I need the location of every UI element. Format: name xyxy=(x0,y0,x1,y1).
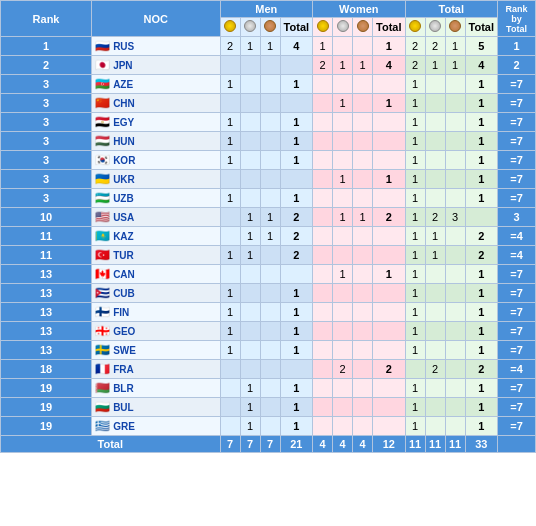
total-silver-cell xyxy=(425,379,445,398)
noc-label: CUB xyxy=(113,288,135,299)
women-silver-cell: 1 xyxy=(333,94,353,113)
noc-label: BUL xyxy=(113,402,134,413)
flag-icon: 🇺🇦 xyxy=(95,172,110,186)
men-total-cell: 4 xyxy=(280,37,312,56)
women-bronze-cell xyxy=(353,379,373,398)
men-bronze-cell xyxy=(260,417,280,436)
total-women-gold: 4 xyxy=(313,436,333,453)
table-row: 11🇰🇿 KAZ112112=4 xyxy=(1,227,536,246)
men-total-cell: 1 xyxy=(280,379,312,398)
men-silver-cell xyxy=(240,322,260,341)
women-silver-cell xyxy=(333,341,353,360)
men-gold-cell: 1 xyxy=(220,113,240,132)
rank-by-total-cell: =7 xyxy=(498,379,536,398)
total-total-cell: 1 xyxy=(465,265,497,284)
total-gold-cell: 1 xyxy=(405,417,425,436)
men-silver-cell: 1 xyxy=(240,208,260,227)
men-gold-cell xyxy=(220,94,240,113)
flag-icon: 🇸🇪 xyxy=(95,343,110,357)
noc-label: TUR xyxy=(113,250,134,261)
women-total-cell xyxy=(373,227,405,246)
total-silver-cell: 1 xyxy=(425,246,445,265)
total-total-cell: 1 xyxy=(465,398,497,417)
men-total-cell xyxy=(280,265,312,284)
table-row: 3🇦🇿 AZE1111=7 xyxy=(1,75,536,94)
men-gold-header xyxy=(220,18,240,37)
men-bronze-cell xyxy=(260,322,280,341)
men-total-cell: 1 xyxy=(280,75,312,94)
women-total-cell xyxy=(373,75,405,94)
rank-cell: 3 xyxy=(1,132,92,151)
total-total-cell: 1 xyxy=(465,341,497,360)
noc-cell: 🇺🇦 UKR xyxy=(92,170,221,189)
total-silver-cell xyxy=(425,113,445,132)
total-total-cell: 2 xyxy=(465,360,497,379)
women-total-cell: 2 xyxy=(373,208,405,227)
table-row: 19🇬🇷 GRE1111=7 xyxy=(1,417,536,436)
total-women-silver: 4 xyxy=(333,436,353,453)
women-gold-cell xyxy=(313,417,333,436)
flag-icon: 🇨🇳 xyxy=(95,96,110,110)
total-gold-cell: 1 xyxy=(405,379,425,398)
rank-cell: 13 xyxy=(1,265,92,284)
total-gold-cell: 1 xyxy=(405,398,425,417)
total-total-cell: 1 xyxy=(465,113,497,132)
rank-by-total-cell: =7 xyxy=(498,322,536,341)
total-silver-cell xyxy=(425,189,445,208)
flag-icon: 🇹🇷 xyxy=(95,248,110,262)
rank-cell: 13 xyxy=(1,322,92,341)
flag-icon: 🇷🇺 xyxy=(95,39,110,53)
men-gold-cell: 1 xyxy=(220,322,240,341)
table-row: 13🇨🇺 CUB1111=7 xyxy=(1,284,536,303)
total-total-cell: 1 xyxy=(465,132,497,151)
rank-cell: 11 xyxy=(1,246,92,265)
noc-cell: 🇸🇪 SWE xyxy=(92,341,221,360)
rank-by-total-header: Rank by Total xyxy=(498,1,536,37)
noc-cell: 🇰🇿 KAZ xyxy=(92,227,221,246)
total-gold-cell xyxy=(405,360,425,379)
total-bronze-cell xyxy=(445,341,465,360)
noc-label: AZE xyxy=(113,79,133,90)
rank-by-total-cell: =7 xyxy=(498,265,536,284)
women-bronze-cell xyxy=(353,113,373,132)
men-silver-cell: 1 xyxy=(240,379,260,398)
men-bronze-cell xyxy=(260,360,280,379)
women-total-cell xyxy=(373,246,405,265)
men-gold-cell xyxy=(220,56,240,75)
table-body: 1🇷🇺 RUS211411221512🇯🇵 JPN2114211423🇦🇿 AZ… xyxy=(1,37,536,436)
total-total-cell: 1 xyxy=(465,151,497,170)
medal-table: Rank NOC Men Women Total Rank by Total T… xyxy=(0,0,536,453)
total-silver-cell xyxy=(425,170,445,189)
flag-icon: 🇦🇿 xyxy=(95,77,110,91)
women-total-cell: 2 xyxy=(373,360,405,379)
total-silver-cell xyxy=(425,341,445,360)
total-gold-cell: 1 xyxy=(405,227,425,246)
flag-icon: 🇪🇬 xyxy=(95,115,110,129)
table-row: 19🇧🇾 BLR1111=7 xyxy=(1,379,536,398)
total-women-bronze: 4 xyxy=(353,436,373,453)
rank-by-total-cell: =7 xyxy=(498,132,536,151)
women-bronze-cell xyxy=(353,151,373,170)
women-silver-cell: 1 xyxy=(333,208,353,227)
rank-cell: 3 xyxy=(1,75,92,94)
women-bronze-cell xyxy=(353,360,373,379)
table-row: 3🇰🇷 KOR1111=7 xyxy=(1,151,536,170)
women-gold-cell xyxy=(313,398,333,417)
women-silver-cell xyxy=(333,75,353,94)
men-silver-cell xyxy=(240,341,260,360)
flag-icon: 🇯🇵 xyxy=(95,58,110,72)
total-total-cell: 1 xyxy=(465,417,497,436)
total-gold-cell: 1 xyxy=(405,189,425,208)
women-gold-cell xyxy=(313,208,333,227)
total-men-bronze: 7 xyxy=(260,436,280,453)
total-gold-cell: 1 xyxy=(405,284,425,303)
noc-label: GRE xyxy=(113,421,135,432)
men-silver-cell xyxy=(240,56,260,75)
men-bronze-cell xyxy=(260,303,280,322)
total-silver-cell: 2 xyxy=(425,208,445,227)
total-label: Total xyxy=(1,436,221,453)
women-gold-cell xyxy=(313,246,333,265)
rank-header: Rank xyxy=(1,1,92,37)
total-gold-cell: 1 xyxy=(405,265,425,284)
men-gold-cell: 1 xyxy=(220,75,240,94)
